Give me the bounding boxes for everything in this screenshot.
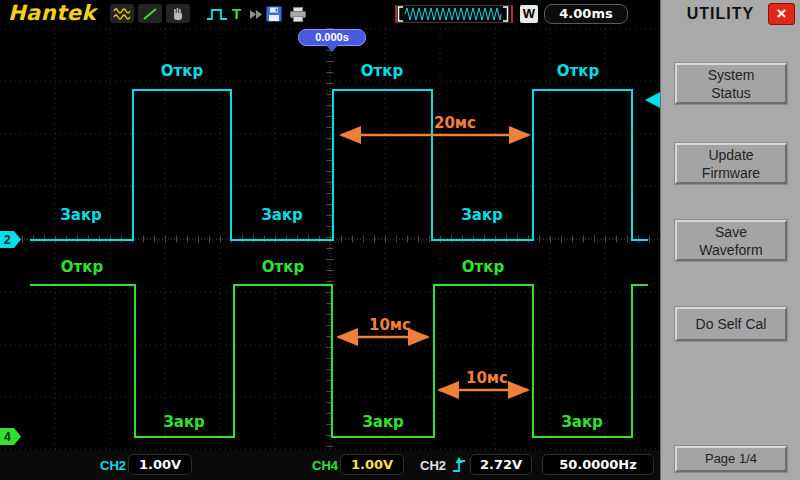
ch4-closed-label: Закр: [163, 413, 205, 431]
ch2-channel-marker[interactable]: 2: [0, 231, 21, 248]
close-button[interactable]: ×: [768, 3, 795, 25]
top-bar: Hantek T: [0, 0, 660, 28]
waveform-preview: [395, 5, 513, 23]
ch4-closed-label: Закр: [561, 413, 603, 431]
half-period-annotation: 10мс: [466, 369, 508, 387]
svg-text:4: 4: [4, 430, 11, 444]
ch2-label: CH2: [100, 458, 126, 473]
scope-canvas: 2 4: [0, 28, 660, 450]
trigger-level-arrow[interactable]: [645, 92, 660, 108]
status-bar: CH2 1.00V CH4 1.00V CH2 2.72V 50.0000Hz: [0, 450, 660, 480]
scope-display-area: 2 4 Откр Откр Откр Закр Закр Закр Откр О…: [0, 28, 660, 450]
wave-gen-icon: [110, 4, 134, 23]
ch2-open-label: Откр: [161, 62, 203, 80]
ch4-open-label: Откр: [61, 258, 103, 276]
ch4-closed-label: Закр: [362, 413, 404, 431]
page-button[interactable]: Page 1/4: [675, 446, 787, 472]
trigger-status-label: T: [232, 5, 241, 22]
ch4-trace: [30, 285, 648, 437]
hand-tool-icon: [166, 4, 190, 23]
period-annotation: 20мс: [434, 114, 476, 132]
ch2-trace: [30, 90, 648, 240]
hantek-logo: Hantek: [8, 1, 96, 25]
preview-waveform-icon: [397, 6, 509, 22]
utility-menu-panel: UTILITY × System Status Update Firmware …: [660, 0, 800, 480]
do-self-cal-button[interactable]: Do Self Cal: [675, 307, 787, 341]
arrows-icon: [249, 9, 263, 20]
timebase-readout: 4.00ms: [544, 4, 628, 24]
system-status-button[interactable]: System Status: [675, 63, 787, 104]
ch2-closed-label: Закр: [261, 206, 303, 224]
hand-icon: [171, 6, 185, 21]
ch2-open-label: Откр: [557, 62, 599, 80]
line-tool-icon: [138, 4, 162, 23]
save-waveform-button[interactable]: Save Waveform: [675, 220, 787, 261]
print-icon: [289, 7, 307, 22]
menu-title: UTILITY: [661, 5, 768, 23]
svg-text:2: 2: [4, 233, 11, 247]
time-offset-tooltip: 0.000s: [298, 29, 366, 46]
diagonal-line-icon: [142, 7, 158, 21]
ch2-closed-label: Закр: [461, 206, 503, 224]
half-period-annotation: 10мс: [369, 316, 411, 334]
ch4-label: CH4: [312, 458, 338, 473]
menu-header: UTILITY ×: [661, 0, 800, 28]
ch2-volts-readout: 1.00V: [128, 454, 192, 475]
ch4-channel-marker[interactable]: 4: [0, 428, 21, 445]
ch4-open-label: Откр: [462, 258, 504, 276]
ch2-closed-label: Закр: [60, 206, 102, 224]
sine-icon: [113, 7, 131, 21]
ch2-open-label: Откр: [361, 62, 403, 80]
ch4-open-label: Откр: [262, 258, 304, 276]
time-offset-value: 0.000s: [315, 31, 349, 43]
trigger-pulse-icon: [206, 8, 228, 21]
save-icon: [266, 6, 282, 22]
window-mode-indicator: W: [520, 5, 538, 23]
ch4-volts-readout: 1.00V: [340, 454, 404, 475]
tooltip-pointer-icon: [326, 45, 338, 52]
trigger-level-readout: 2.72V: [470, 454, 532, 475]
frequency-readout: 50.0000Hz: [542, 454, 654, 475]
trigger-source-label: CH2: [420, 458, 446, 473]
rising-edge-icon: [452, 456, 466, 473]
oscilloscope-screen: Hantek T: [0, 0, 800, 480]
update-firmware-button[interactable]: Update Firmware: [675, 143, 787, 184]
